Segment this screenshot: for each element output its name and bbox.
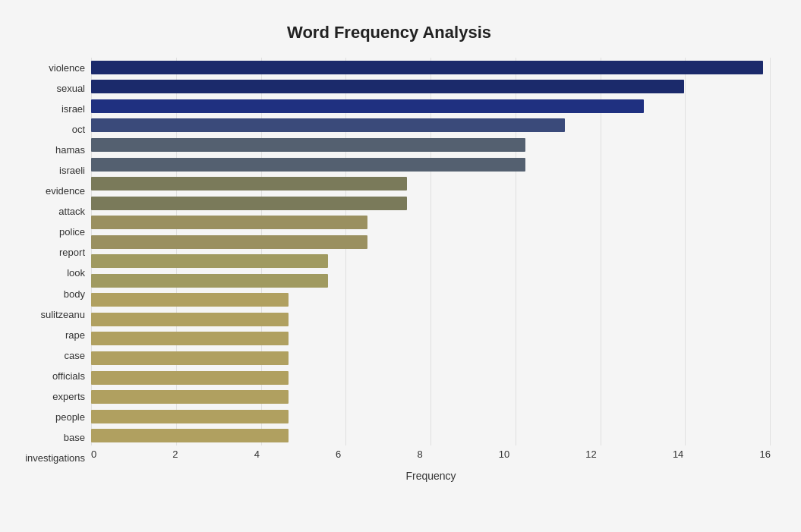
- x-axis: 0246810121416: [91, 445, 771, 468]
- x-axis-label: Frequency: [405, 470, 456, 482]
- bar: [91, 99, 644, 113]
- y-label: oct: [8, 124, 85, 134]
- bar-row: [91, 117, 771, 134]
- chart-container: Word Frequency Analysis violencesexualis…: [0, 0, 801, 532]
- y-label: israel: [8, 104, 85, 114]
- bar-row: [91, 195, 771, 212]
- y-label: body: [8, 289, 85, 299]
- bars-and-grid: 0246810121416: [91, 58, 771, 468]
- bar: [91, 351, 289, 365]
- bar: [91, 293, 289, 307]
- y-label: hamas: [8, 145, 85, 155]
- bar-row: [91, 427, 771, 444]
- bar: [91, 177, 407, 190]
- y-label: rape: [8, 330, 85, 340]
- bar-row: [91, 78, 771, 95]
- bar: [91, 235, 367, 249]
- bar: [91, 313, 289, 326]
- y-label: evidence: [8, 186, 85, 196]
- bars-wrapper: [91, 58, 771, 445]
- bar: [91, 274, 328, 288]
- y-label: case: [8, 351, 85, 360]
- bar: [91, 410, 289, 423]
- bar-row: [91, 311, 771, 328]
- y-label: violence: [8, 63, 85, 73]
- y-label: look: [8, 268, 85, 278]
- x-tick: 12: [585, 449, 596, 460]
- bar-row: [91, 370, 771, 386]
- y-label: police: [8, 227, 85, 237]
- y-label: report: [8, 247, 85, 257]
- y-labels: violencesexualisraelocthamasisraelievide…: [8, 58, 91, 468]
- x-tick: 16: [759, 449, 770, 460]
- bar-row: [91, 330, 771, 347]
- bar-row: [91, 408, 771, 425]
- bar: [91, 216, 367, 229]
- x-tick: 0: [91, 449, 96, 460]
- bar: [91, 118, 565, 132]
- x-tick: 6: [336, 449, 341, 460]
- bar: [91, 254, 328, 268]
- bar-row: [91, 291, 771, 308]
- bar-row: [91, 137, 771, 153]
- y-label: base: [8, 433, 85, 442]
- x-tick: 2: [172, 449, 178, 460]
- bar-row: [91, 59, 771, 76]
- bar: [91, 429, 289, 442]
- y-label: israeli: [8, 165, 85, 175]
- y-label: officials: [8, 371, 85, 381]
- bar-row: [91, 272, 771, 289]
- bar-row: [91, 234, 771, 250]
- bar-row: [91, 253, 771, 269]
- bar-row: [91, 350, 771, 367]
- chart-area: violencesexualisraelocthamasisraelievide…: [8, 58, 771, 468]
- bar-row: [91, 98, 771, 115]
- y-label: attack: [8, 206, 85, 216]
- bar: [91, 390, 289, 404]
- bar: [91, 371, 289, 385]
- bar-row: [91, 214, 771, 231]
- bar-row: [91, 389, 771, 405]
- x-tick: 4: [254, 449, 260, 460]
- bar: [91, 61, 763, 74]
- x-tick: 14: [673, 449, 683, 460]
- bar: [91, 332, 289, 345]
- chart-title: Word Frequency Analysis: [8, 15, 771, 42]
- y-label: people: [8, 412, 85, 422]
- bottom-section: Frequency: [91, 468, 771, 482]
- x-tick: 10: [499, 449, 509, 460]
- y-label: experts: [8, 392, 85, 401]
- y-label: sulitzeanu: [8, 310, 85, 320]
- x-tick: 8: [417, 449, 422, 460]
- y-label: sexual: [8, 83, 85, 93]
- bar: [91, 158, 525, 172]
- bar-row: [91, 175, 771, 192]
- bar: [91, 197, 407, 210]
- bar: [91, 138, 525, 152]
- y-label: investigations: [8, 453, 85, 463]
- bar: [91, 80, 684, 93]
- bar-row: [91, 156, 771, 173]
